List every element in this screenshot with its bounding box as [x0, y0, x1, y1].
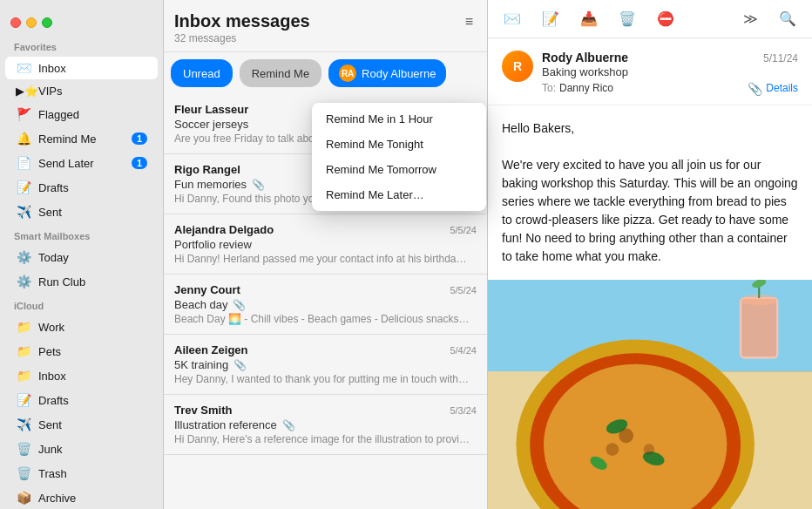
- rody-tab-label: Rody Albuerne: [362, 67, 436, 80]
- send-later-badge: 1: [132, 157, 147, 169]
- sidebar-item-label: Run Club: [38, 275, 147, 288]
- inbox-icon: ✉️: [16, 60, 31, 76]
- drafts-icon: 📝: [16, 392, 31, 408]
- remind-me-badge: 1: [132, 132, 147, 145]
- message-subject: Illustration reference 📎: [174, 418, 477, 431]
- email-image: [488, 280, 812, 509]
- sidebar-item-today[interactable]: ⚙️ Today: [5, 246, 158, 268]
- sidebar-item-label: Sent: [38, 206, 147, 219]
- sidebar-item-send-later[interactable]: 📄 Send Later 1: [5, 152, 158, 174]
- email-details-link[interactable]: Details: [766, 82, 798, 94]
- filter-rody-tab[interactable]: RA Rody Albuerne: [328, 59, 446, 87]
- sidebar-item-icloud-inbox[interactable]: 📁 Inbox: [5, 364, 158, 387]
- message-sender: Fleur Lasseur: [174, 103, 248, 116]
- sidebar-item-work[interactable]: 📁 Work: [5, 316, 158, 338]
- sidebar-item-icloud-sent[interactable]: ✈️ Sent: [5, 413, 158, 436]
- remind-me-dropdown: Remind Me in 1 Hour Remind Me Tonight Re…: [312, 103, 486, 211]
- junk-button[interactable]: ⛔: [653, 9, 678, 29]
- bell-icon: 🔔: [16, 131, 31, 146]
- rody-avatar: RA: [339, 64, 356, 82]
- email-body: Hello Bakers, We're very excited to have…: [488, 105, 812, 280]
- filter-unread-tab[interactable]: Unread: [171, 59, 233, 87]
- remind-later-item[interactable]: Remind Me Later…: [312, 182, 486, 207]
- message-preview: Beach Day 🌅 - Chill vibes - Beach games …: [174, 313, 470, 325]
- message-sender: Trev Smith: [174, 404, 232, 417]
- message-preview: Hi Danny! Herland passed me your contact…: [174, 253, 470, 265]
- message-sender: Alejandra Delgado: [174, 223, 274, 236]
- sidebar-item-label: Inbox: [38, 62, 147, 75]
- remind-tonight-item[interactable]: Remind Me Tonight: [312, 132, 486, 157]
- table-row[interactable]: Aileen Zeigen 5/4/24 5K training 📎 Hey D…: [164, 335, 487, 395]
- sidebar-item-archive[interactable]: 📦 Archive: [5, 486, 158, 509]
- sidebar-item-label: VIPs: [38, 85, 62, 98]
- close-button[interactable]: [10, 17, 21, 28]
- folder-icon: 📁: [16, 343, 31, 359]
- message-subject: 5K training 📎: [174, 358, 477, 371]
- sidebar-item-remind-me[interactable]: 🔔 Remind Me 1: [5, 127, 158, 150]
- smart-mailboxes-section-label: Smart Mailboxes: [0, 224, 163, 245]
- chevron-icon: ▶: [16, 85, 24, 98]
- sort-button[interactable]: ≡: [462, 12, 477, 31]
- message-list-toolbar: ≡: [462, 12, 477, 31]
- sent-icon: ✈️: [16, 417, 31, 432]
- table-row[interactable]: Trev Smith 5/3/24 Illustration reference…: [164, 395, 487, 455]
- new-message-button[interactable]: ✉️: [500, 9, 524, 29]
- email-date: 5/11/24: [763, 52, 798, 64]
- sidebar-item-label: Remind Me: [38, 132, 132, 146]
- more-button[interactable]: ≫: [740, 9, 761, 29]
- sidebar-item-vips[interactable]: ▶ ⭐ VIPs: [5, 81, 158, 101]
- fullscreen-button[interactable]: [42, 17, 52, 28]
- attachment-icon: 📎: [282, 419, 295, 431]
- sidebar-item-drafts[interactable]: 📝 Drafts: [5, 176, 158, 199]
- email-header: R Rody Albuerne 5/11/24 Baking workshop …: [488, 38, 812, 105]
- attachment-icon: 📎: [233, 359, 247, 371]
- run-club-icon: ⚙️: [16, 274, 31, 289]
- archive-button[interactable]: 📥: [577, 9, 601, 29]
- sidebar-item-pets[interactable]: 📁 Pets: [5, 340, 158, 363]
- svg-point-14: [606, 443, 619, 456]
- email-from-name: Rody Albuerne: [542, 51, 628, 64]
- delete-button[interactable]: 🗑️: [615, 9, 639, 29]
- pizza-illustration: [488, 280, 812, 509]
- message-subject: Beach day 📎: [174, 298, 477, 311]
- sidebar-item-trash[interactable]: 🗑️ Trash: [5, 462, 158, 485]
- filter-remind-tab[interactable]: Remind Me: [240, 59, 321, 87]
- search-button[interactable]: 🔍: [775, 9, 800, 29]
- email-greeting: Hello Bakers,: [502, 119, 798, 138]
- sidebar-item-inbox[interactable]: ✉️ Inbox: [5, 57, 158, 79]
- svg-point-12: [619, 428, 633, 443]
- message-subject: Portfolio review: [174, 238, 477, 251]
- filter-tabs: Unread Remind Me RA Rody Albuerne: [164, 52, 487, 94]
- remind-1hour-item[interactable]: Remind Me in 1 Hour: [312, 106, 486, 132]
- sidebar-item-label: Pets: [38, 345, 147, 358]
- message-date: 5/3/24: [450, 405, 477, 416]
- email-body-text: We're very excited to have you all join …: [502, 156, 798, 266]
- sidebar-item-run-club[interactable]: ⚙️ Run Club: [5, 270, 158, 293]
- remind-tomorrow-item[interactable]: Remind Me Tomorrow: [312, 157, 486, 182]
- window-controls: [0, 7, 163, 35]
- email-to-name: Danny Rico: [559, 82, 744, 94]
- message-date: 5/4/24: [450, 345, 477, 356]
- table-row[interactable]: Alejandra Delgado 5/5/24 Portfolio revie…: [164, 214, 487, 275]
- archive-icon: 📦: [16, 490, 31, 506]
- email-to-label: To:: [542, 82, 556, 94]
- sidebar-item-label: Trash: [38, 467, 147, 480]
- message-sender: Jenny Court: [174, 283, 240, 296]
- message-date: 5/5/24: [450, 225, 477, 235]
- table-row[interactable]: Jenny Court 5/5/24 Beach day 📎 Beach Day…: [164, 275, 487, 335]
- minimize-button[interactable]: [26, 17, 37, 28]
- sidebar-item-icloud-drafts[interactable]: 📝 Drafts: [5, 389, 158, 411]
- sidebar-item-label: Sent: [38, 418, 147, 431]
- email-image-bg: [488, 280, 812, 509]
- sidebar-item-label: Drafts: [38, 394, 147, 407]
- sidebar-item-label: Send Later: [38, 157, 132, 170]
- sidebar-item-label: Inbox: [38, 370, 147, 383]
- sidebar-item-junk[interactable]: 🗑️ Junk: [5, 438, 158, 460]
- compose-button[interactable]: 📝: [538, 9, 563, 29]
- sidebar-item-sent[interactable]: ✈️ Sent: [5, 200, 158, 223]
- junk-icon: 🗑️: [16, 441, 31, 457]
- reading-toolbar: ✉️ 📝 📥 🗑️ ⛔ ≫ 🔍: [488, 0, 812, 38]
- sidebar: Favorites ✉️ Inbox ▶ ⭐ VIPs 🚩 Flagged 🔔 …: [0, 0, 164, 509]
- sidebar-item-flagged[interactable]: 🚩 Flagged: [5, 103, 158, 126]
- folder-icon: 📁: [16, 368, 31, 383]
